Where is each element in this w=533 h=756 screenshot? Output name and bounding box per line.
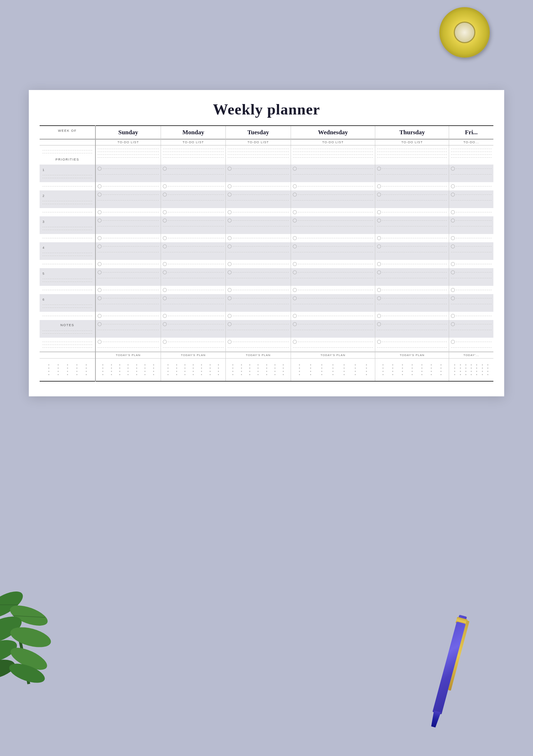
left-white-7: [40, 338, 95, 352]
wednesday-dots: [291, 359, 375, 382]
friday-w5: [449, 286, 493, 294]
checkbox-circle: [228, 244, 232, 248]
priority-6-row: 6: [40, 294, 493, 312]
sunday-p2: [95, 190, 161, 208]
checkbox-circle: [293, 210, 297, 214]
checkbox-circle: [377, 184, 381, 188]
wednesday-w3: [291, 234, 375, 242]
wednesday-w4: [291, 260, 375, 268]
checkbox-circle: [163, 314, 167, 318]
priority-3-left: 3: [40, 216, 95, 234]
notes-left: NOTES: [40, 320, 95, 338]
priorities-section-row: PRIORITIES: [40, 145, 493, 165]
wednesday-p6: [291, 294, 375, 312]
planner-title: Weekly planner: [40, 101, 493, 118]
wednesday-w6: [291, 312, 375, 320]
checkbox-circle: [98, 244, 102, 248]
checkbox-circle: [377, 262, 381, 266]
monday-notes: [161, 320, 226, 338]
checkbox-circle: [451, 288, 455, 292]
check-dashed-line: [233, 168, 288, 169]
priority-3-number: 3: [42, 220, 44, 224]
tuesday-w3: [226, 234, 291, 242]
checkbox-circle: [98, 193, 102, 197]
checkbox-circle: [228, 167, 232, 171]
checkbox-circle: [228, 314, 232, 318]
friday-plan-label: TODAY'...: [449, 352, 493, 359]
thursday-w1: [375, 182, 449, 190]
white-row-1: [40, 182, 493, 190]
priority-6-number: 6: [42, 298, 44, 301]
thursday-p1: [375, 165, 449, 182]
friday-w6: [449, 312, 493, 320]
checkbox-circle: [98, 288, 102, 292]
white-row-5: [40, 286, 493, 294]
checkbox-circle: [163, 340, 167, 344]
thursday-w3: [375, 234, 449, 242]
priority-1-left: 1: [40, 165, 95, 182]
wednesday-w2: [291, 208, 375, 216]
checkbox-circle: [163, 288, 167, 292]
monday-w4: [161, 260, 226, 268]
friday-w2: [449, 208, 493, 216]
todays-plan-header-row: TODAY'S PLAN TODAY'S PLAN TODAY'S PLAN T…: [40, 352, 493, 359]
priority-2-row: 2: [40, 190, 493, 208]
checkbox-circle: [293, 322, 297, 326]
wednesday-w7: [291, 338, 375, 352]
sunday-todo-label: TO-DO LIST: [95, 139, 161, 145]
friday-header: Fri...: [449, 126, 493, 139]
checkbox-circle: [451, 193, 455, 197]
left-plan-empty: [40, 352, 95, 359]
checkbox-circle: [451, 236, 455, 240]
planner-table: WEEK OF Sunday Monday Tuesday Wednesday …: [40, 125, 493, 382]
monday-w5: [161, 286, 226, 294]
checkbox-circle: [98, 270, 102, 274]
checkbox-circle: [377, 270, 381, 274]
checkbox-circle: [163, 219, 167, 222]
checkbox-circle: [293, 296, 297, 300]
priority-4-number: 4: [42, 246, 44, 249]
thursday-p6: [375, 294, 449, 312]
friday-w4: [449, 260, 493, 268]
tuesday-w1: [226, 182, 291, 190]
thursday-dots: [375, 359, 449, 382]
check-dashed-line: [382, 168, 447, 169]
white-row-7: [40, 338, 493, 352]
friday-todo-label: TO-DO...: [449, 139, 493, 145]
checkbox-circle: [98, 236, 102, 240]
friday-w1: [449, 182, 493, 190]
checkbox-circle: [377, 244, 381, 248]
sunday-w6: [95, 312, 161, 320]
checkbox-circle: [163, 193, 167, 197]
tuesday-p3: [226, 216, 291, 234]
thursday-p3: [375, 216, 449, 234]
sunday-w2: [95, 208, 161, 216]
checkbox-circle: [98, 219, 102, 222]
priority-5-row: 5: [40, 268, 493, 286]
left-white-6: [40, 312, 95, 320]
sunday-p1: [95, 165, 161, 182]
notes-shaded-row: NOTES: [40, 320, 493, 338]
checkbox-circle: [377, 167, 381, 171]
checkbox-circle: [98, 167, 102, 171]
checkbox-circle: [451, 244, 455, 248]
checkbox-circle: [98, 296, 102, 300]
header-row: WEEK OF Sunday Monday Tuesday Wednesday …: [40, 126, 493, 139]
left-dot-1: [40, 359, 95, 382]
tuesday-top-lines: [226, 145, 291, 165]
sunday-w7: [95, 338, 161, 352]
checkbox-circle: [228, 270, 232, 274]
checkbox-circle: [163, 210, 167, 214]
priority-1-number: 1: [42, 168, 44, 172]
checkbox-circle: [377, 340, 381, 344]
monday-header: Monday: [161, 126, 226, 139]
wednesday-notes: [291, 320, 375, 338]
sunday-w4: [95, 260, 161, 268]
sunday-p6: [95, 294, 161, 312]
friday-w3: [449, 234, 493, 242]
priority-6-left: 6: [40, 294, 95, 312]
checkbox-circle: [98, 314, 102, 318]
monday-plan-label: TODAY'S PLAN: [161, 352, 226, 359]
friday-p3: [449, 216, 493, 234]
todo-subheader-row: TO-DO LIST TO-DO LIST TO-DO LIST TO-DO L…: [40, 139, 493, 145]
